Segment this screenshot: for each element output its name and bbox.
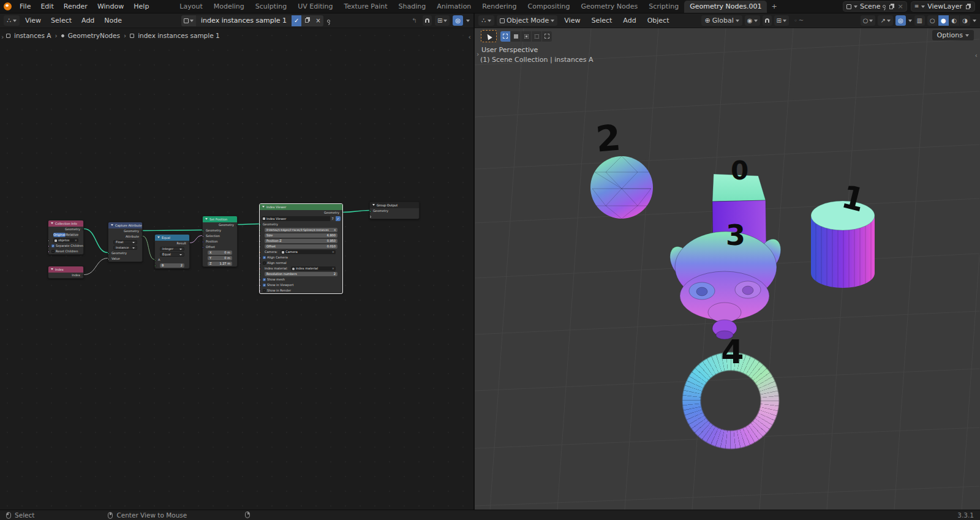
tab-layout[interactable]: Layout: [174, 1, 208, 13]
fake-user-toggle[interactable]: ✓: [292, 15, 301, 26]
collection-input-socket[interactable]: [48, 239, 50, 242]
new-scene-icon[interactable]: [889, 5, 893, 9]
operation-dropdown[interactable]: Equal: [160, 252, 184, 257]
align-camera-socket[interactable]: [260, 257, 261, 259]
geometry-input-socket[interactable]: [203, 230, 204, 232]
snap-toggle-button[interactable]: [423, 15, 432, 26]
tab-texture-paint[interactable]: Texture Paint: [339, 1, 393, 13]
shading-dropdown[interactable]: [973, 20, 976, 22]
select-intersect-button[interactable]: [542, 31, 552, 42]
clear-icon[interactable]: ×: [332, 266, 334, 271]
blender-logo-icon[interactable]: [4, 2, 12, 10]
editor-type-button[interactable]: ∴: [478, 15, 494, 26]
offset-input-socket[interactable]: [260, 246, 261, 248]
resolution-field[interactable]: Resolution numbers2: [265, 272, 337, 276]
browse-node-tree-button[interactable]: [181, 15, 196, 26]
snap-toggle-button[interactable]: [763, 15, 772, 26]
select-new-button[interactable]: [500, 31, 510, 42]
node-canvas[interactable]: › ‹ instances A › GeometryNodes › index …: [0, 28, 473, 510]
options-button[interactable]: Options: [932, 30, 974, 40]
offset-y-field[interactable]: Y0 m: [208, 256, 232, 260]
reset-children-checkbox[interactable]: [51, 250, 55, 253]
show-render-checkbox[interactable]: [263, 289, 266, 292]
shading-solid-button[interactable]: ●: [938, 15, 949, 26]
node-header[interactable]: Set Position: [203, 216, 237, 222]
pivot-point-dropdown[interactable]: ◉: [745, 15, 760, 26]
pin-icon[interactable]: [883, 5, 886, 8]
show-mesh-checkbox[interactable]: ✓: [263, 278, 266, 281]
relative-button[interactable]: Relative: [66, 233, 78, 237]
node-index-viewer[interactable]: Index Viewer Geometry Index Viewer 7 ✓ G…: [259, 203, 343, 294]
material-input-socket[interactable]: [260, 268, 261, 270]
geometry-output-socket[interactable]: [83, 228, 84, 231]
attribute-output-socket[interactable]: [141, 236, 143, 238]
gizmos-dropdown[interactable]: ↗: [878, 15, 892, 26]
resolution-input-socket[interactable]: [260, 273, 261, 276]
new-node-tree-button[interactable]: [301, 15, 313, 26]
geometry-input-socket[interactable]: [108, 252, 110, 255]
toolbar-toggle[interactable]: ›: [477, 50, 479, 58]
object-visibility-dropdown[interactable]: ○: [861, 15, 876, 26]
menu-add[interactable]: Add: [77, 15, 99, 26]
selection-input-socket[interactable]: [203, 235, 204, 238]
tab-shading[interactable]: Shading: [393, 1, 432, 13]
node-set-position[interactable]: Set Position Geometry Geometry Selection…: [202, 216, 238, 267]
select-subtract-button[interactable]: [521, 31, 531, 42]
collection-field[interactable]: objetos×: [53, 238, 78, 243]
overlays-dropdown[interactable]: [466, 20, 470, 22]
geometry-output-socket[interactable]: [342, 212, 343, 214]
editor-type-button[interactable]: ∴: [4, 15, 20, 26]
position-z-input-socket[interactable]: [260, 240, 261, 243]
node-tree-name-field[interactable]: index instances sample 1: [196, 15, 292, 26]
viewlayer-selector[interactable]: ≡ ViewLayer: [911, 1, 975, 12]
align-normal-socket[interactable]: [260, 262, 261, 265]
overlays-dropdown[interactable]: [908, 20, 912, 22]
go-to-parent-tree-button[interactable]: ↰: [409, 15, 419, 26]
menu-help[interactable]: Help: [129, 1, 153, 12]
select-extend-button[interactable]: [511, 31, 521, 42]
node-header[interactable]: Index Viewer: [260, 204, 342, 210]
snap-target-dropdown[interactable]: ⊞: [435, 15, 450, 26]
pin-icon[interactable]: [327, 20, 330, 23]
align-camera-checkbox[interactable]: ✓: [263, 256, 266, 259]
menu-add[interactable]: Add: [619, 15, 640, 26]
show-viewport-socket[interactable]: [260, 284, 261, 287]
virtual-input-socket[interactable]: [370, 216, 371, 218]
add-workspace-button[interactable]: +: [767, 1, 781, 13]
menu-file[interactable]: File: [15, 1, 35, 12]
overlays-toggle[interactable]: ◎: [895, 15, 906, 26]
position-z-field[interactable]: Position-Z0.950: [265, 239, 337, 243]
transform-orientation-dropdown[interactable]: ⊕ Global: [701, 15, 742, 26]
node-header[interactable]: Collection Info: [48, 220, 83, 227]
node-collection-info[interactable]: Collection Info Geometry Original Relati…: [48, 220, 84, 255]
shading-wireframe-button[interactable]: ○: [927, 15, 938, 26]
material-field[interactable]: index material×: [291, 266, 336, 271]
original-button[interactable]: Original: [53, 233, 66, 237]
tab-modeling[interactable]: Modeling: [208, 1, 250, 13]
value-input-socket[interactable]: [108, 258, 110, 260]
menu-object[interactable]: Object: [643, 15, 674, 26]
show-mesh-socket[interactable]: [260, 279, 261, 281]
reset-children-socket[interactable]: [48, 251, 50, 253]
menu-select[interactable]: Select: [47, 15, 76, 26]
result-output-socket[interactable]: [189, 243, 190, 245]
position-input-socket[interactable]: [203, 241, 204, 243]
domain-input-socket[interactable]: [260, 229, 261, 232]
overlays-toggle[interactable]: ◎: [453, 15, 463, 26]
geometry-output-socket[interactable]: [141, 230, 143, 233]
domain-dropdown[interactable]: Instance: [113, 246, 137, 250]
proportional-editing-toggle[interactable]: ◦~: [791, 15, 806, 26]
viewport-canvas[interactable]: 0 1 2 3 4 Options ›: [475, 28, 980, 510]
tab-rendering[interactable]: Rendering: [477, 1, 522, 13]
node-header[interactable]: Capture Attribute: [108, 222, 142, 228]
camera-input-socket[interactable]: [260, 251, 261, 254]
data-type-dropdown[interactable]: Float: [113, 240, 137, 244]
menu-view[interactable]: View: [21, 15, 45, 26]
offset-x-field[interactable]: X0 m: [208, 251, 232, 255]
show-viewport-checkbox[interactable]: ✓: [263, 284, 266, 287]
mode-dropdown[interactable]: Object Mode: [497, 15, 557, 26]
tweak-tool-button[interactable]: [481, 30, 497, 42]
node-group-selector[interactable]: Index Viewer: [262, 216, 330, 221]
geometry-input-socket[interactable]: [370, 210, 371, 213]
group-users-count[interactable]: 7: [331, 216, 335, 221]
